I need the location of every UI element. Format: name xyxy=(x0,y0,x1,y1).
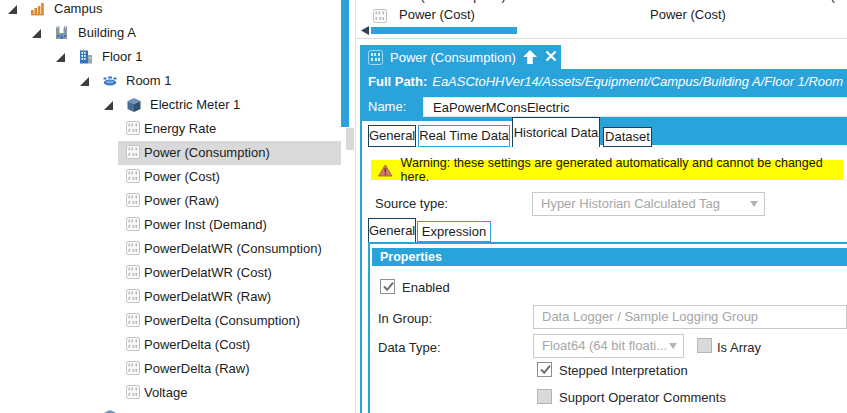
tree-item-label: Energy Rate xyxy=(144,117,216,141)
tree-item-powerdelta-cost[interactable]: PowerDelta (Cost) xyxy=(0,333,341,357)
tag-icon xyxy=(368,50,383,65)
expander-collapse-icon[interactable] xyxy=(56,53,65,62)
expander-collapse-icon[interactable] xyxy=(8,5,17,14)
name-input[interactable] xyxy=(423,97,847,117)
tab-historical-data[interactable]: Historical Data xyxy=(512,117,600,147)
source-type-label: Source type: xyxy=(375,196,448,211)
tree-item-room-1[interactable]: Room 1 xyxy=(0,69,341,93)
tree-item-label: PowerDelta (Cost) xyxy=(144,333,250,357)
tree-item-label: Electric Meter 1 xyxy=(150,93,240,117)
tree-item-label: Power Inst (Demand) xyxy=(144,213,267,237)
in-group-value: Data Logger / Sample Logging Group xyxy=(542,309,758,324)
background-list-item[interactable]: Power (Consumption) xyxy=(380,0,506,3)
tree-item-powerdelta-raw[interactable]: PowerDelta (Raw) xyxy=(0,357,341,381)
content-frame-top-border xyxy=(368,242,847,244)
data-type-select[interactable]: Float64 (64 bit floati... xyxy=(533,334,684,358)
tree-item-label: PowerDelatWR (Raw) xyxy=(144,285,271,309)
tree-item-label: Power (Cost) xyxy=(144,165,220,189)
support-operator-comments-checkbox[interactable] xyxy=(537,389,552,404)
tree-item-label: Building A xyxy=(78,21,136,45)
expander-collapse-icon[interactable] xyxy=(104,101,113,110)
tree-item-label: PowerDelatWR (Cost) xyxy=(144,261,272,285)
background-list-item[interactable]: Power (Cost) xyxy=(650,7,726,22)
is-array-checkbox[interactable] xyxy=(697,338,712,353)
close-icon[interactable] xyxy=(544,49,560,65)
tree-item-campus[interactable]: Campus xyxy=(0,0,341,21)
tag-icon xyxy=(126,289,142,305)
inner-tab-expression[interactable]: Expression xyxy=(417,221,491,242)
data-type-value: Float64 (64 bit floati... xyxy=(542,338,667,353)
background-tag-list: Power (Consumption)Power (Consumption)Po… xyxy=(356,0,847,40)
chevron-down-icon xyxy=(669,343,677,349)
tag-icon xyxy=(126,169,142,185)
expander-collapse-icon[interactable] xyxy=(80,77,89,86)
tab-real-time-data[interactable]: Real Time Data xyxy=(418,125,510,147)
content-frame-left-border xyxy=(368,242,370,413)
tag-icon xyxy=(126,265,142,281)
tree-item-label: Room 1 xyxy=(126,69,172,93)
tree-vertical-scrollbar-thumb[interactable] xyxy=(341,0,349,127)
tree-scrollbar-track-segment xyxy=(346,128,354,150)
tab-dataset[interactable]: Dataset xyxy=(603,127,652,147)
background-horizontal-scrollbar-thumb[interactable] xyxy=(371,27,517,34)
is-array-label: Is Array xyxy=(717,340,761,355)
pane-divider xyxy=(355,0,356,413)
background-list-item[interactable]: Power (Cost) xyxy=(399,7,475,22)
full-path-value: EaASCtoHHVer14/Assets/Equipment/Campus/B… xyxy=(432,74,847,89)
tree-item-power-inst-demand[interactable]: Power Inst (Demand) xyxy=(0,213,341,237)
building-icon xyxy=(54,25,70,41)
tree-item-power-raw[interactable]: Power (Raw) xyxy=(0,189,341,213)
in-group-label: In Group: xyxy=(378,311,432,326)
tree-item-floor-1[interactable]: Floor 1 xyxy=(0,45,341,69)
tree-item-power-consumption[interactable]: Power (Consumption) xyxy=(0,141,341,165)
tag-icon xyxy=(126,121,142,137)
tree-item-label: PowerDelta (Raw) xyxy=(144,357,249,381)
in-group-input[interactable]: Data Logger / Sample Logging Group xyxy=(533,305,847,329)
tree-item-label: Campus xyxy=(54,0,102,21)
name-bar: Name: xyxy=(360,94,847,121)
properties-header: Properties xyxy=(372,248,847,266)
background-list-item[interactable]: Power (Consumption) xyxy=(790,0,847,3)
document-tab-power-consumption[interactable]: Power (Consumption) xyxy=(360,45,561,69)
tree-item[interactable] xyxy=(0,405,341,413)
warning-text: Warning: these settings are generated au… xyxy=(401,156,843,184)
meter-icon xyxy=(102,409,118,413)
tree-item-label: Power (Raw) xyxy=(144,189,219,213)
tree-item-building-a[interactable]: Building A xyxy=(0,21,341,45)
warning-banner: Warning: these settings are generated au… xyxy=(371,160,843,180)
source-type-select[interactable]: Hyper Historian Calculated Tag xyxy=(532,192,765,216)
tree-item-label: Power (Consumption) xyxy=(144,141,270,165)
tree-item-label: Floor 1 xyxy=(102,45,142,69)
tree-item-powerdelatwr-consumption[interactable]: PowerDelatWR (Consumption) xyxy=(0,237,341,261)
promote-up-icon[interactable] xyxy=(522,49,538,65)
background-list-border xyxy=(356,38,847,39)
tag-icon xyxy=(126,241,142,257)
enabled-checkbox[interactable] xyxy=(380,279,395,294)
tag-icon xyxy=(126,313,142,329)
data-type-label: Data Type: xyxy=(378,340,441,355)
tab-general[interactable]: General xyxy=(368,125,416,147)
tree-item-powerdelta-consumption[interactable]: PowerDelta (Consumption) xyxy=(0,309,341,333)
tree-item-label: Voltage xyxy=(144,381,187,405)
warning-icon xyxy=(378,164,393,177)
tag-icon xyxy=(126,337,142,353)
site-icon xyxy=(30,1,46,17)
enabled-label: Enabled xyxy=(402,280,450,295)
tree-item-powerdelatwr-cost[interactable]: PowerDelatWR (Cost) xyxy=(0,261,341,285)
tree-item-electric-meter-1[interactable]: Electric Meter 1 xyxy=(0,93,341,117)
floor-icon xyxy=(78,49,94,65)
asset-tree: CampusBuilding AFloor 1Room 1Electric Me… xyxy=(0,0,355,413)
tag-icon xyxy=(373,9,387,23)
tree-item-voltage[interactable]: Voltage xyxy=(0,381,341,405)
tree-item-power-cost[interactable]: Power (Cost) xyxy=(0,165,341,189)
expander-collapse-icon[interactable] xyxy=(32,29,41,38)
tree-item-powerdelatwr-raw[interactable]: PowerDelatWR (Raw) xyxy=(0,285,341,309)
check-icon xyxy=(538,362,553,377)
check-icon xyxy=(381,279,396,294)
tag-icon xyxy=(126,385,142,401)
inner-tab-general[interactable]: General xyxy=(368,218,416,242)
tag-icon xyxy=(126,145,142,161)
tree-item-energy-rate[interactable]: Energy Rate xyxy=(0,117,341,141)
stepped-interpretation-checkbox[interactable] xyxy=(537,362,552,377)
tree-item-label: PowerDelta (Consumption) xyxy=(144,309,300,333)
